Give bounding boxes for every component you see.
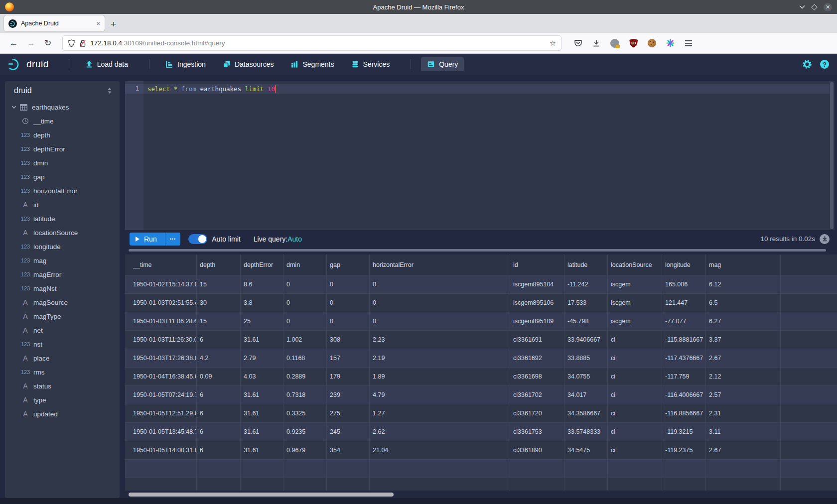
ublock-shield-icon[interactable]: uO — [629, 39, 638, 48]
cell[interactable]: ci — [608, 331, 662, 349]
sidebar-item-place[interactable]: Aplace — [5, 351, 120, 365]
url-text[interactable]: 172.18.0.4:30109/unified-console.html#qu… — [90, 39, 546, 47]
column-header[interactable]: longitude — [662, 254, 706, 275]
menu-hamburger-icon[interactable] — [685, 40, 693, 47]
cell[interactable]: 0.09 — [197, 368, 241, 385]
query-text[interactable]: select * from earthquakes limit 10 — [147, 84, 276, 94]
schema-header[interactable]: druid — [5, 81, 120, 100]
cell[interactable]: ci3361692 — [510, 349, 564, 367]
column-header[interactable]: dmin — [283, 254, 327, 275]
cell[interactable]: ci — [608, 423, 662, 441]
cell[interactable]: 0.9679 — [283, 441, 327, 459]
nav-item-load-data[interactable]: Load data — [79, 57, 134, 71]
cell[interactable]: 34.3586667 — [564, 404, 608, 422]
sidebar-item-latitude[interactable]: 123latitude — [5, 212, 120, 226]
cell[interactable]: 2.19 — [370, 349, 510, 367]
cell[interactable]: ci3361702 — [510, 386, 564, 404]
insecure-lock-icon[interactable] — [79, 39, 86, 47]
sidebar-item-status[interactable]: Astatus — [5, 379, 120, 393]
sidebar-item-nst[interactable]: 123nst — [5, 337, 120, 351]
column-header[interactable]: depth — [197, 254, 241, 275]
cell[interactable]: 1950-01-03T11:26:30.040Z — [125, 331, 197, 349]
cell[interactable]: -45.798 — [564, 312, 608, 330]
window-maximize-icon[interactable] — [811, 4, 818, 10]
cell[interactable]: 1.002 — [283, 331, 327, 349]
sidebar-item-longitude[interactable]: 123longitude — [5, 240, 120, 253]
cell[interactable]: 33.8885 — [564, 349, 608, 367]
url-bar[interactable]: 172.18.0.4:30109/unified-console.html#qu… — [63, 36, 561, 50]
new-tab-button[interactable]: + — [111, 19, 116, 30]
cell[interactable]: 245 — [327, 423, 370, 441]
nav-item-segments[interactable]: Segments — [284, 57, 340, 71]
cell[interactable]: 30 — [197, 294, 241, 312]
sidebar-item-gap[interactable]: 123gap — [5, 170, 120, 184]
cell[interactable]: 1.27 — [370, 404, 510, 422]
cell[interactable]: -77.077 — [662, 312, 706, 330]
column-header[interactable]: depthError — [241, 254, 283, 275]
cell[interactable]: 34.5475 — [564, 441, 608, 459]
cell[interactable]: 1950-01-05T13:45:48.730Z — [125, 423, 197, 441]
cell[interactable]: 0.9235 — [283, 423, 327, 441]
cell[interactable]: ci3361691 — [510, 331, 564, 349]
cell[interactable]: 0 — [327, 312, 370, 330]
cell[interactable]: 15 — [197, 312, 241, 330]
cell[interactable]: 0.2889 — [283, 368, 327, 385]
cell[interactable]: 6 — [197, 386, 241, 404]
column-header[interactable]: gap — [327, 254, 370, 275]
cell[interactable]: 0 — [283, 294, 327, 312]
cell[interactable]: 34.017 — [564, 386, 608, 404]
cell[interactable]: -119.2375 — [662, 441, 706, 459]
cell[interactable]: 2.67 — [706, 441, 781, 459]
cell[interactable]: 2.62 — [370, 423, 510, 441]
cell[interactable]: 157 — [327, 349, 370, 367]
download-results-icon[interactable] — [820, 234, 830, 244]
sidebar-item-magType[interactable]: AmagType — [5, 309, 120, 323]
cookie-extension-icon[interactable] — [648, 39, 656, 47]
nav-item-services[interactable]: Services — [345, 57, 396, 71]
sidebar-item-horizontalError[interactable]: 123horizontalError — [5, 184, 120, 198]
cell[interactable]: iscgem895106 — [510, 294, 564, 312]
browser-tab[interactable]: Apache Druid × — [4, 15, 105, 31]
sidebar-item-updated[interactable]: Aupdated — [5, 407, 120, 421]
cell[interactable]: 4.79 — [370, 386, 510, 404]
run-more-button[interactable]: ••• — [165, 233, 180, 246]
nav-item-datasources[interactable]: Datasources — [217, 57, 280, 71]
cell[interactable]: 0 — [370, 312, 510, 330]
cell[interactable]: 0.1168 — [283, 349, 327, 367]
cell[interactable]: 4.2 — [197, 349, 241, 367]
cell[interactable]: 31.61 — [241, 441, 283, 459]
column-header[interactable]: id — [510, 254, 564, 275]
cell[interactable]: ci — [608, 386, 662, 404]
cell[interactable]: 1950-01-04T16:38:45.670Z — [125, 368, 197, 385]
window-close-icon[interactable]: ✕ — [824, 3, 832, 11]
cell[interactable]: 3.11 — [706, 423, 781, 441]
cell[interactable]: 179 — [327, 368, 370, 385]
editor-vertical-scrollbar[interactable] — [830, 82, 834, 229]
cell[interactable]: 1950-01-03T02:51:55.410Z — [125, 294, 197, 312]
pane-splitter[interactable] — [129, 249, 826, 252]
cell[interactable]: 0 — [370, 275, 510, 293]
auto-limit-toggle[interactable] — [188, 234, 207, 244]
sidebar-item-magError[interactable]: 123magError — [5, 267, 120, 281]
horizontal-scrollbar[interactable] — [129, 493, 394, 497]
cell[interactable]: -117.759 — [662, 368, 706, 385]
cell[interactable]: 6.5 — [706, 294, 781, 312]
sidebar-item-rms[interactable]: 123rms — [5, 365, 120, 379]
cell[interactable]: 0.7318 — [283, 386, 327, 404]
asterisk-extension-icon[interactable] — [666, 39, 675, 47]
sidebar-item-depthError[interactable]: 123depthError — [5, 142, 120, 156]
cell[interactable]: 31.61 — [241, 404, 283, 422]
column-header[interactable]: horizontalError — [370, 254, 510, 275]
cell[interactable]: 0.3325 — [283, 404, 327, 422]
window-shade-icon[interactable] — [799, 5, 805, 9]
cell[interactable]: -117.4376667 — [662, 349, 706, 367]
cell[interactable]: 3.37 — [706, 331, 781, 349]
query-editor[interactable]: 1 select * from earthquakes limit 10 — [125, 81, 835, 230]
cell[interactable]: 31.61 — [241, 386, 283, 404]
forward-button[interactable]: → — [27, 38, 35, 48]
sidebar-item-locationSource[interactable]: AlocationSource — [5, 226, 120, 240]
column-header[interactable]: mag — [706, 254, 781, 275]
cell[interactable]: -115.8881667 — [662, 331, 706, 349]
cell[interactable]: 121.447 — [662, 294, 706, 312]
column-header[interactable]: latitude — [564, 254, 608, 275]
